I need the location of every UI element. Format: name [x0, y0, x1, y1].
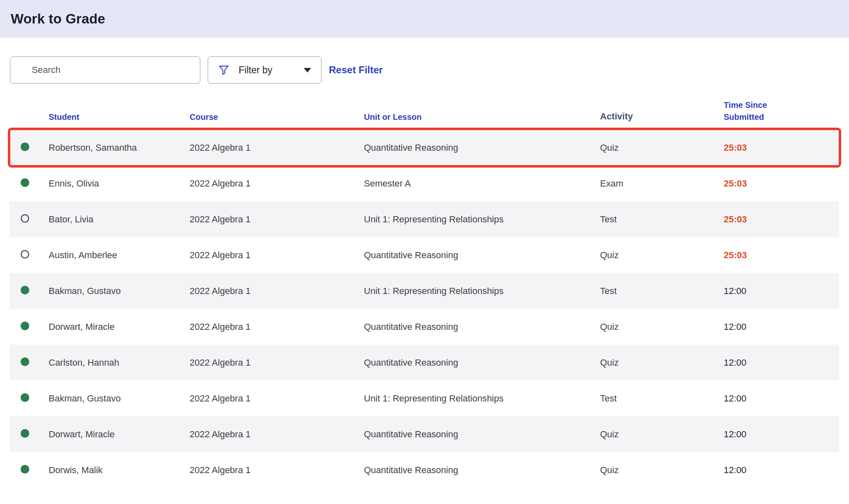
status-cell — [10, 286, 49, 296]
unit-cell: Quantitative Reasoning — [364, 322, 600, 332]
status-dot — [21, 357, 29, 366]
status-cell — [10, 357, 49, 368]
time-cell: 12:00 — [724, 465, 839, 476]
activity-cell: Test — [600, 214, 724, 225]
student-cell: Bator, Livia — [49, 214, 190, 225]
reset-filter-link[interactable]: Reset Filter — [329, 64, 383, 76]
column-header-unit[interactable]: Unit or Lesson — [364, 111, 600, 123]
time-cell: 25:03 — [724, 142, 839, 153]
status-dot — [21, 142, 29, 151]
table-row[interactable]: Carlston, Hannah 2022 Algebra 1 Quantita… — [10, 345, 839, 380]
course-cell: 2022 Algebra 1 — [190, 178, 364, 189]
column-header-time[interactable]: Time Since Submitted — [724, 99, 781, 123]
time-cell: 12:00 — [724, 286, 839, 296]
course-cell: 2022 Algebra 1 — [190, 250, 364, 261]
column-header-course[interactable]: Course — [190, 111, 364, 123]
time-cell: 12:00 — [724, 357, 839, 368]
course-cell: 2022 Algebra 1 — [190, 357, 364, 368]
student-cell: Bakman, Gustavo — [49, 393, 190, 404]
column-header-activity[interactable]: Activity — [600, 110, 724, 123]
unit-cell: Quantitative Reasoning — [364, 250, 600, 261]
status-dot — [21, 178, 29, 187]
course-cell: 2022 Algebra 1 — [190, 465, 364, 476]
activity-cell: Quiz — [600, 322, 724, 332]
status-dot — [21, 322, 29, 330]
status-dot — [21, 214, 29, 223]
time-cell: 12:00 — [724, 322, 839, 332]
status-cell — [10, 178, 49, 189]
status-cell — [10, 142, 49, 153]
time-cell: 25:03 — [724, 214, 839, 225]
table-row[interactable]: Dorwis, Malik 2022 Algebra 1 Quantitativ… — [10, 452, 839, 488]
student-cell: Ennis, Olivia — [49, 178, 190, 189]
status-dot — [21, 393, 29, 402]
search-input[interactable] — [10, 56, 200, 84]
activity-cell: Test — [600, 286, 724, 296]
time-cell: 12:00 — [724, 393, 839, 404]
student-cell: Dorwart, Miracle — [49, 322, 190, 332]
time-cell: 25:03 — [724, 178, 839, 189]
status-dot — [21, 429, 29, 438]
unit-cell: Semester A — [364, 178, 600, 189]
activity-cell: Quiz — [600, 429, 724, 440]
activity-cell: Quiz — [600, 465, 724, 476]
table-body: Robertson, Samantha 2022 Algebra 1 Quant… — [10, 130, 839, 488]
table-header-row: Student Course Unit or Lesson Activity T… — [10, 99, 839, 130]
student-cell: Bakman, Gustavo — [49, 286, 190, 296]
course-cell: 2022 Algebra 1 — [190, 286, 364, 296]
unit-cell: Unit 1: Representing Relationships — [364, 286, 600, 296]
activity-cell: Exam — [600, 178, 724, 189]
filter-by-label: Filter by — [239, 65, 300, 76]
unit-cell: Quantitative Reasoning — [364, 465, 600, 476]
unit-cell: Quantitative Reasoning — [364, 357, 600, 368]
table-row[interactable]: Dorwart, Miracle 2022 Algebra 1 Quantita… — [10, 416, 839, 452]
status-cell — [10, 393, 49, 404]
course-cell: 2022 Algebra 1 — [190, 214, 364, 225]
course-cell: 2022 Algebra 1 — [190, 429, 364, 440]
status-cell — [10, 214, 49, 224]
student-cell: Dorwis, Malik — [49, 465, 190, 476]
status-cell — [10, 465, 49, 475]
time-cell: 12:00 — [724, 429, 839, 440]
course-cell: 2022 Algebra 1 — [190, 142, 364, 153]
status-dot — [21, 250, 29, 259]
table-row[interactable]: Bakman, Gustavo 2022 Algebra 1 Unit 1: R… — [10, 273, 839, 309]
table-row[interactable]: Bakman, Gustavo 2022 Algebra 1 Unit 1: R… — [10, 380, 839, 416]
unit-cell: Quantitative Reasoning — [364, 142, 600, 153]
table-row[interactable]: Bator, Livia 2022 Algebra 1 Unit 1: Repr… — [10, 201, 839, 237]
time-cell: 25:03 — [724, 250, 839, 261]
status-cell — [10, 250, 49, 260]
work-to-grade-table: Student Course Unit or Lesson Activity T… — [10, 99, 839, 488]
column-header-student[interactable]: Student — [49, 111, 190, 123]
unit-cell: Unit 1: Representing Relationships — [364, 393, 600, 404]
page-title: Work to Grade — [11, 11, 105, 27]
table-row[interactable]: Ennis, Olivia 2022 Algebra 1 Semester A … — [10, 166, 839, 201]
course-cell: 2022 Algebra 1 — [190, 393, 364, 404]
unit-cell: Unit 1: Representing Relationships — [364, 214, 600, 225]
activity-cell: Quiz — [600, 142, 724, 153]
table-row[interactable]: Austin, Amberlee 2022 Algebra 1 Quantita… — [10, 237, 839, 273]
student-cell: Carlston, Hannah — [49, 357, 190, 368]
page-header-band: Work to Grade — [0, 0, 849, 38]
toolbar: Filter by Reset Filter — [10, 56, 849, 84]
filter-by-button[interactable]: Filter by — [208, 56, 321, 84]
activity-cell: Test — [600, 393, 724, 404]
activity-cell: Quiz — [600, 250, 724, 261]
table-row[interactable]: Dorwart, Miracle 2022 Algebra 1 Quantita… — [10, 309, 839, 345]
chevron-down-icon — [304, 68, 311, 72]
status-dot — [21, 286, 29, 294]
funnel-icon — [218, 64, 230, 76]
student-cell: Dorwart, Miracle — [49, 429, 190, 440]
activity-cell: Quiz — [600, 357, 724, 368]
unit-cell: Quantitative Reasoning — [364, 429, 600, 440]
status-dot — [21, 465, 29, 474]
status-cell — [10, 322, 49, 332]
table-row[interactable]: Robertson, Samantha 2022 Algebra 1 Quant… — [10, 130, 839, 166]
status-cell — [10, 429, 49, 439]
student-cell: Austin, Amberlee — [49, 250, 190, 261]
student-cell: Robertson, Samantha — [49, 142, 190, 153]
course-cell: 2022 Algebra 1 — [190, 322, 364, 332]
